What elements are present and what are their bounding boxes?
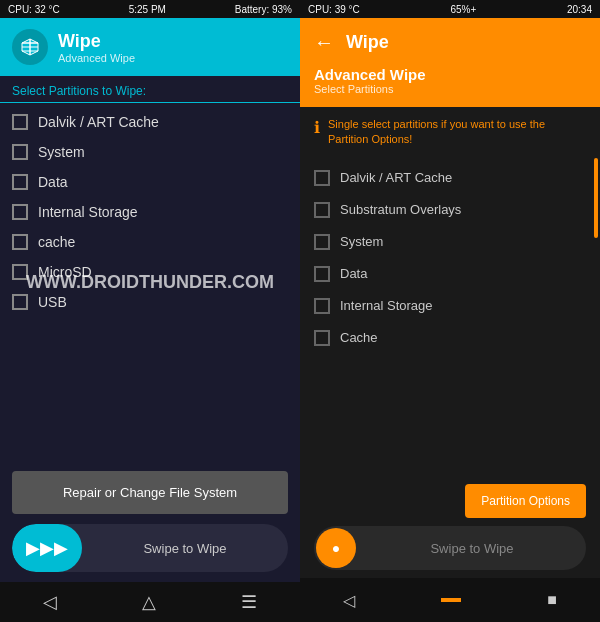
left-status-bar: CPU: 32 °C 5:25 PM Battery: 93% <box>0 0 300 18</box>
right-time: 20:34 <box>567 4 592 15</box>
right-nav-bar: ◁ ■ <box>300 578 600 622</box>
partition-label-internal: Internal Storage <box>38 204 138 220</box>
partition-label-microsd: MicroSD <box>38 264 92 280</box>
info-message: Single select partitions if you want to … <box>328 117 586 148</box>
right-brightness: 65%+ <box>450 4 476 15</box>
list-item[interactable]: cache <box>0 227 300 257</box>
r-label-dalvik: Dalvik / ART Cache <box>340 170 452 185</box>
partition-checkbox-internal[interactable] <box>12 204 28 220</box>
swipe-handle-icon: ● <box>332 540 340 556</box>
list-item[interactable]: Dalvik / ART Cache <box>0 107 300 137</box>
swipe-label-left: Swipe to Wipe <box>82 541 288 556</box>
scroll-thumb <box>594 158 598 238</box>
left-partition-list: WWW.DROIDTHUNDER.COM Dalvik / ART Cache … <box>0 103 300 461</box>
repair-button[interactable]: Repair or Change File System <box>12 471 288 514</box>
swipe-to-wipe-left[interactable]: ▶▶▶ Swipe to Wipe <box>12 524 288 572</box>
r-checkbox-data[interactable] <box>314 266 330 282</box>
play-icons: ▶▶▶ <box>26 537 68 559</box>
swipe-to-wipe-right[interactable]: ● Swipe to Wipe <box>314 526 586 570</box>
r-home-nav-button[interactable] <box>441 598 461 602</box>
info-icon: ℹ <box>314 118 320 137</box>
scroll-bar[interactable] <box>594 158 598 480</box>
right-title: Wipe <box>346 32 389 53</box>
list-item[interactable]: Substratum Overlays <box>300 194 600 226</box>
partition-label-dalvik: Dalvik / ART Cache <box>38 114 159 130</box>
r-label-data: Data <box>340 266 367 281</box>
partition-checkbox-dalvik[interactable] <box>12 114 28 130</box>
r-checkbox-internal[interactable] <box>314 298 330 314</box>
left-cpu-status: CPU: 32 °C <box>8 4 60 15</box>
r-back-nav-button[interactable]: ◁ <box>343 591 355 610</box>
left-panel: CPU: 32 °C 5:25 PM Battery: 93% Wipe Adv… <box>0 0 300 622</box>
r-label-cache: Cache <box>340 330 378 345</box>
partition-label-system: System <box>38 144 85 160</box>
menu-nav-button[interactable]: ☰ <box>241 591 257 613</box>
back-nav-button[interactable]: ◁ <box>43 591 57 613</box>
list-item[interactable]: Dalvik / ART Cache <box>300 162 600 194</box>
left-time: 5:25 PM <box>129 4 166 15</box>
partition-label-cache: cache <box>38 234 75 250</box>
r-checkbox-cache[interactable] <box>314 330 330 346</box>
swipe-handle-left: ▶▶▶ <box>12 524 82 572</box>
right-partition-list: Dalvik / ART Cache Substratum Overlays S… <box>300 158 600 480</box>
partition-checkbox-usb[interactable] <box>12 294 28 310</box>
swipe-label-right: Swipe to Wipe <box>358 541 586 556</box>
list-item[interactable]: Internal Storage <box>0 197 300 227</box>
left-subtitle: Advanced Wipe <box>58 52 135 64</box>
list-item[interactable]: Data <box>0 167 300 197</box>
right-panel: CPU: 39 °C 65%+ 20:34 ← Wipe Advanced Wi… <box>300 0 600 622</box>
r-label-substratum: Substratum Overlays <box>340 202 461 217</box>
right-header: ← Wipe <box>300 18 600 66</box>
partition-section-label: Select Partitions to Wipe: <box>0 76 300 103</box>
left-header-text: Wipe Advanced Wipe <box>58 31 135 64</box>
right-cpu-status: CPU: 39 °C <box>308 4 360 15</box>
right-advanced-wipe-title: Advanced Wipe <box>314 66 586 83</box>
left-header: Wipe Advanced Wipe <box>0 18 300 76</box>
info-box: ℹ Single select partitions if you want t… <box>314 117 586 148</box>
list-item[interactable]: System <box>300 226 600 258</box>
list-item[interactable]: USB <box>0 287 300 317</box>
r-checkbox-system[interactable] <box>314 234 330 250</box>
r-checkbox-substratum[interactable] <box>314 202 330 218</box>
list-item[interactable]: Cache <box>300 322 600 354</box>
partition-label-data: Data <box>38 174 68 190</box>
twrp-logo <box>12 29 48 65</box>
right-select-partitions: Select Partitions <box>314 83 586 95</box>
swipe-handle-right: ● <box>316 528 356 568</box>
right-subtitle-area: Advanced Wipe Select Partitions <box>300 66 600 107</box>
partition-checkbox-microsd[interactable] <box>12 264 28 280</box>
back-button[interactable]: ← <box>314 31 334 54</box>
left-buttons: Repair or Change File System ▶▶▶ Swipe t… <box>0 461 300 582</box>
partition-options-button[interactable]: Partition Options <box>465 484 586 518</box>
list-item[interactable]: Internal Storage <box>300 290 600 322</box>
r-checkbox-dalvik[interactable] <box>314 170 330 186</box>
partition-checkbox-data[interactable] <box>12 174 28 190</box>
list-item[interactable]: System <box>0 137 300 167</box>
home-nav-button[interactable]: △ <box>142 591 156 613</box>
list-item[interactable]: Data <box>300 258 600 290</box>
partition-checkbox-cache[interactable] <box>12 234 28 250</box>
partition-checkbox-system[interactable] <box>12 144 28 160</box>
left-nav-bar: ◁ △ ☰ <box>0 582 300 622</box>
r-label-internal: Internal Storage <box>340 298 433 313</box>
list-item[interactable]: MicroSD <box>0 257 300 287</box>
left-battery: Battery: 93% <box>235 4 292 15</box>
r-square-nav-button[interactable]: ■ <box>547 591 557 609</box>
partition-label-usb: USB <box>38 294 67 310</box>
left-title: Wipe <box>58 31 135 52</box>
right-status-bar: CPU: 39 °C 65%+ 20:34 <box>300 0 600 18</box>
r-label-system: System <box>340 234 383 249</box>
